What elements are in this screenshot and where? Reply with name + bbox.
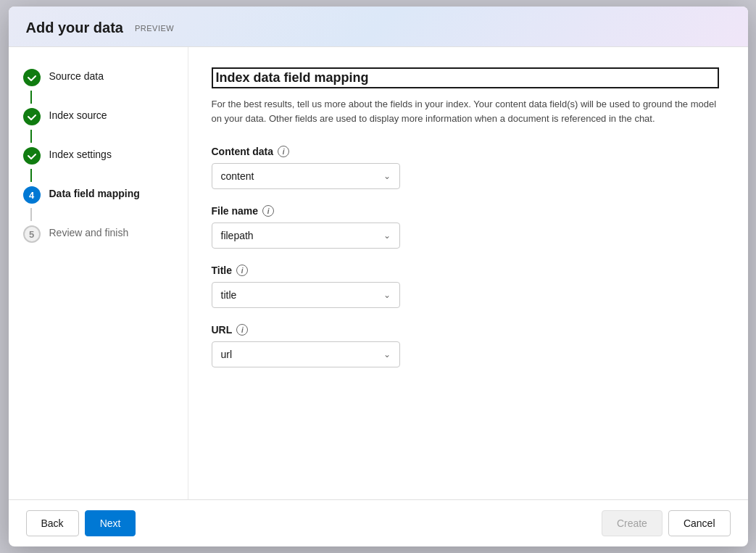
modal-title: Add your data (26, 20, 123, 36)
url-chevron-icon: ⌄ (383, 349, 391, 359)
step-1-label: Source data (49, 69, 104, 82)
content-data-field-group: Content data i content ⌄ (212, 146, 719, 189)
step-5-label: Review and finish (49, 225, 129, 238)
step-connector-4 (30, 208, 32, 221)
file-name-field-group: File name i filepath ⌄ (212, 205, 719, 249)
title-info-icon[interactable]: i (236, 265, 248, 276)
step-3-icon (23, 147, 41, 165)
step-connector-2 (30, 130, 32, 143)
url-field-group: URL i url ⌄ (212, 324, 719, 367)
add-your-data-modal: Add your data PREVIEW Source data (9, 7, 748, 546)
step-connector-1 (30, 91, 32, 104)
step-3-label: Index settings (49, 147, 112, 160)
file-name-value: filepath (221, 230, 254, 241)
title-value: title (221, 289, 237, 301)
step-4-icon: 4 (23, 186, 41, 204)
sidebar-item-review-and-finish[interactable]: 5 Review and finish (9, 221, 188, 247)
modal-header: Add your data PREVIEW (9, 7, 748, 47)
modal-overlay: Add your data PREVIEW Source data (0, 0, 756, 553)
next-button[interactable]: Next (85, 510, 136, 536)
title-select[interactable]: title ⌄ (212, 282, 400, 308)
url-select[interactable]: url ⌄ (212, 341, 400, 367)
content-data-label: Content data i (212, 146, 719, 157)
content-data-chevron-icon: ⌄ (383, 171, 391, 181)
title-label: Title i (212, 265, 719, 276)
title-field-group: Title i title ⌄ (212, 265, 719, 308)
preview-badge: PREVIEW (135, 24, 174, 33)
back-button[interactable]: Back (26, 510, 79, 536)
step-2-label: Index source (49, 108, 107, 121)
create-button[interactable]: Create (602, 510, 662, 536)
title-chevron-icon: ⌄ (383, 290, 391, 300)
file-name-select[interactable]: filepath ⌄ (212, 223, 400, 249)
url-value: url (221, 349, 233, 360)
sidebar-item-data-field-mapping[interactable]: 4 Data field mapping (9, 182, 188, 208)
file-name-info-icon[interactable]: i (262, 205, 274, 217)
content-description: For the best results, tell us more about… (212, 97, 719, 125)
modal-body: Source data Index source (9, 47, 748, 499)
content-title: Index data field mapping (212, 67, 719, 88)
cancel-button[interactable]: Cancel (668, 510, 731, 536)
sidebar-item-source-data[interactable]: Source data (9, 65, 188, 91)
step-1-icon (23, 69, 41, 86)
step-2-icon (23, 108, 41, 125)
content-data-info-icon[interactable]: i (278, 146, 289, 157)
content-data-select[interactable]: content ⌄ (212, 163, 400, 189)
file-name-chevron-icon: ⌄ (383, 230, 391, 241)
url-label: URL i (212, 324, 719, 336)
modal-footer: Back Next Create Cancel (9, 499, 748, 546)
main-content: Index data field mapping For the best re… (188, 47, 748, 499)
step-4-label: Data field mapping (49, 186, 140, 199)
url-info-icon[interactable]: i (236, 324, 248, 336)
sidebar: Source data Index source (9, 47, 188, 499)
sidebar-item-index-settings[interactable]: Index settings (9, 143, 188, 169)
step-connector-3 (30, 169, 32, 182)
sidebar-item-index-source[interactable]: Index source (9, 104, 188, 130)
step-5-icon: 5 (23, 225, 41, 243)
content-data-value: content (221, 170, 254, 182)
file-name-label: File name i (212, 205, 719, 217)
